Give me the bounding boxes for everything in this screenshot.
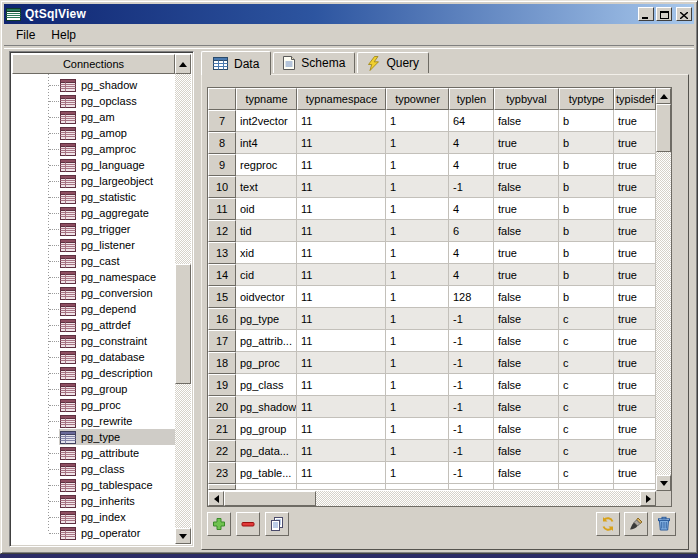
tree-scroll-thumb[interactable]: [175, 264, 191, 384]
tree-item-pg_rewrite[interactable]: pg_rewrite: [12, 413, 175, 429]
cell-typnamespace[interactable]: 11: [297, 198, 386, 220]
cell-typname[interactable]: regproc: [236, 154, 297, 176]
row-number[interactable]: 9: [208, 154, 236, 176]
row-number[interactable]: 21: [208, 418, 236, 440]
cell-typlen[interactable]: 4: [449, 198, 494, 220]
tree-item-pg_depend[interactable]: pg_depend: [12, 301, 175, 317]
cell-typowner[interactable]: 1: [386, 462, 449, 484]
cell-typtype[interactable]: b: [559, 286, 614, 308]
tree-item-pg_database[interactable]: pg_database: [12, 349, 175, 365]
cell-typnamespace[interactable]: 11: [297, 286, 386, 308]
cell-typname[interactable]: pg_data...: [236, 440, 297, 462]
cell-typbyval[interactable]: false: [494, 352, 559, 374]
cell-typlen[interactable]: -1: [449, 462, 494, 484]
cell-typtype[interactable]: c: [559, 352, 614, 374]
cell-typname[interactable]: oid: [236, 198, 297, 220]
menu-item-file[interactable]: File: [8, 27, 43, 43]
cell-typname[interactable]: int2vector: [236, 110, 297, 132]
row-number[interactable]: 16: [208, 308, 236, 330]
row-number[interactable]: 20: [208, 396, 236, 418]
cell-typtype[interactable]: b: [559, 220, 614, 242]
tree-item-pg_type[interactable]: pg_type: [12, 429, 175, 445]
delete-row-button[interactable]: [236, 512, 260, 536]
tree-item-pg_listener[interactable]: pg_listener: [12, 237, 175, 253]
cell-typnamespace[interactable]: 11: [297, 374, 386, 396]
cell-typnamespace[interactable]: 11: [297, 154, 386, 176]
cell-typtype[interactable]: c: [559, 396, 614, 418]
cell-typowner[interactable]: 1: [386, 132, 449, 154]
cell-typlen[interactable]: 4: [449, 132, 494, 154]
cell-typname[interactable]: pg_class: [236, 374, 297, 396]
grid-vscrollbar[interactable]: [656, 88, 671, 491]
row-number[interactable]: 7: [208, 110, 236, 132]
row-number[interactable]: 19: [208, 374, 236, 396]
row-number[interactable]: 12: [208, 220, 236, 242]
cell-typtype[interactable]: c: [559, 418, 614, 440]
cell-typbyval[interactable]: false: [494, 220, 559, 242]
tree-item-pg_proc[interactable]: pg_proc: [12, 397, 175, 413]
grid-scroll-up-button[interactable]: [656, 88, 671, 104]
tab-schema[interactable]: Schema: [273, 52, 355, 73]
cell-typowner[interactable]: 1: [386, 110, 449, 132]
grid-vscroll-thumb[interactable]: [656, 104, 671, 152]
cell-typisdef[interactable]: true: [614, 198, 656, 220]
tree-item-pg_largeobject[interactable]: pg_largeobject: [12, 173, 175, 189]
cell-typowner[interactable]: 1: [386, 330, 449, 352]
cell-typtype[interactable]: b: [559, 176, 614, 198]
cell-typisdef[interactable]: true: [614, 220, 656, 242]
tree-item-pg_opclass[interactable]: pg_opclass: [12, 93, 175, 109]
cell-typbyval[interactable]: false: [494, 286, 559, 308]
cell-typowner[interactable]: 1: [386, 396, 449, 418]
tree-item-pg_amproc[interactable]: pg_amproc: [12, 141, 175, 157]
cell-typname[interactable]: pg_group: [236, 418, 297, 440]
tree-item-pg_index[interactable]: pg_index: [12, 509, 175, 525]
cell-typnamespace[interactable]: 11: [297, 132, 386, 154]
column-header-typbyval[interactable]: typbyval: [494, 88, 559, 110]
cell-typisdef[interactable]: true: [614, 440, 656, 462]
row-number[interactable]: 11: [208, 198, 236, 220]
cell-typnamespace[interactable]: 11: [297, 396, 386, 418]
cell-typname[interactable]: xid: [236, 242, 297, 264]
column-header-typisdef[interactable]: typisdef: [614, 88, 656, 110]
edit-button[interactable]: [624, 512, 648, 536]
cell-typowner[interactable]: 1: [386, 418, 449, 440]
cell-typowner[interactable]: 1: [386, 198, 449, 220]
tree-item-pg_tablespace[interactable]: pg_tablespace: [12, 477, 175, 493]
cell-typisdef[interactable]: true: [614, 352, 656, 374]
cell-typbyval[interactable]: false: [494, 176, 559, 198]
cell-typisdef[interactable]: true: [614, 418, 656, 440]
cell-typtype[interactable]: b: [559, 242, 614, 264]
tree-scrollbar[interactable]: [175, 54, 191, 544]
grid-corner-header[interactable]: [208, 88, 236, 110]
tree-scroll-down-button[interactable]: [175, 528, 191, 544]
cell-typnamespace[interactable]: 11: [297, 220, 386, 242]
column-header-typname[interactable]: typname: [236, 88, 297, 110]
tree-scroll-up-button[interactable]: [175, 54, 191, 74]
cell-typlen[interactable]: -1: [449, 440, 494, 462]
row-number[interactable]: 22: [208, 440, 236, 462]
cell-typisdef[interactable]: true: [614, 286, 656, 308]
maximize-button[interactable]: [656, 7, 672, 21]
cell-typlen[interactable]: 4: [449, 242, 494, 264]
tree-item-pg_inherits[interactable]: pg_inherits: [12, 493, 175, 509]
cell-typowner[interactable]: 1: [386, 286, 449, 308]
cell-typisdef[interactable]: true: [614, 462, 656, 484]
delete-button[interactable]: [652, 512, 676, 536]
grid-scroll-left-button[interactable]: [208, 491, 224, 506]
cell-typlen[interactable]: 6: [449, 220, 494, 242]
cell-typtype[interactable]: b: [559, 198, 614, 220]
tab-query[interactable]: Query: [357, 52, 429, 73]
tree-item-pg_shadow[interactable]: pg_shadow: [12, 77, 175, 93]
add-row-button[interactable]: [207, 512, 231, 536]
row-number[interactable]: 8: [208, 132, 236, 154]
cell-typlen[interactable]: -1: [449, 352, 494, 374]
cell-typnamespace[interactable]: 11: [297, 176, 386, 198]
cell-typtype[interactable]: b: [559, 154, 614, 176]
cell-typbyval[interactable]: false: [494, 374, 559, 396]
tree-item-pg_operator[interactable]: pg_operator: [12, 525, 175, 541]
tab-data[interactable]: Data: [201, 51, 271, 75]
cell-typisdef[interactable]: true: [614, 374, 656, 396]
cell-typisdef[interactable]: true: [614, 330, 656, 352]
cell-typnamespace[interactable]: 11: [297, 308, 386, 330]
row-number[interactable]: 13: [208, 242, 236, 264]
